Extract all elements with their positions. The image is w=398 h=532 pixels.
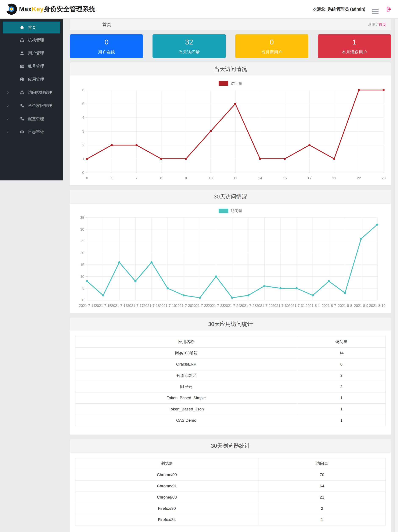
sidebar-item-label: 配置管理 xyxy=(28,116,44,121)
sidebar-item-account[interactable]: 账号管理 xyxy=(0,60,63,73)
brand-logo[interactable]: MaxKey身份安全管理系统 xyxy=(6,3,95,15)
svg-text:1: 1 xyxy=(111,176,113,180)
panel-title: 30天应用访问统计 xyxy=(70,317,391,331)
app-visits-panel: 30天应用访问统计 应用名称访问量网易163邮箱14OracleERP8有道云笔… xyxy=(70,317,391,435)
table-header-cell: 浏览器 xyxy=(76,458,259,469)
stat-card-value: 0 xyxy=(70,38,143,46)
svg-text:2021-8-8: 2021-8-8 xyxy=(338,304,352,308)
daily-visits-panel: 当天访问情况 访问量 0123456017891011141517212223 xyxy=(70,62,391,185)
sidebar-item-org[interactable]: 机构管理 xyxy=(0,33,63,47)
monthly-visits-chart: 051015202530352021-7-142021-7-152021-7-1… xyxy=(70,215,391,310)
chevron-right-icon xyxy=(6,104,10,107)
svg-text:10: 10 xyxy=(209,176,213,180)
svg-text:15: 15 xyxy=(283,176,287,180)
stat-card-label: 用户在线 xyxy=(70,49,143,55)
svg-text:9: 9 xyxy=(185,176,187,180)
sidebar-item-role-permission[interactable]: 角色权限管理 xyxy=(0,99,63,112)
table-row: 有道云笔记3 xyxy=(76,370,386,381)
svg-text:5: 5 xyxy=(82,102,84,106)
stat-cards-row: 0用户在线32当天访问量0当月新用户1本月活跃用户 xyxy=(70,34,391,58)
svg-text:2021-7-14: 2021-7-14 xyxy=(79,304,95,308)
table-row: Token_Based_Json1 xyxy=(76,404,386,415)
table-row: Chrome/8821 xyxy=(76,492,386,503)
table-header-row: 浏览器访问量 xyxy=(76,458,386,469)
sitemap-icon xyxy=(19,38,25,43)
table-cell: 网易163邮箱 xyxy=(76,348,297,359)
panel-title: 当天访问情况 xyxy=(70,63,391,76)
svg-text:10: 10 xyxy=(80,275,84,279)
app-visits-table-wrap: 应用名称访问量网易163邮箱14OracleERP8有道云笔记3阿里云2Toke… xyxy=(70,331,391,435)
table-cell: 64 xyxy=(259,481,386,492)
svg-text:35: 35 xyxy=(80,215,84,220)
legend-swatch xyxy=(219,81,228,86)
stat-card-2: 0当月新用户 xyxy=(235,34,308,58)
table-cell: 1 xyxy=(259,514,386,526)
table-cell: 14 xyxy=(297,348,386,359)
svg-text:23: 23 xyxy=(382,176,386,180)
table-header-cell: 访问量 xyxy=(297,336,386,348)
table-cell: Chrome/90 xyxy=(76,469,259,481)
svg-text:22: 22 xyxy=(357,176,361,180)
chart-legend[interactable]: 访问量 xyxy=(70,203,391,213)
sidebar-item-user[interactable]: 用户管理 xyxy=(0,47,63,60)
table-row: Chrome/9070 xyxy=(76,469,386,481)
svg-text:2021-7-24: 2021-7-24 xyxy=(224,304,240,308)
sidebar-item-label: 应用管理 xyxy=(28,77,44,82)
table-row: OracleERP8 xyxy=(76,359,386,370)
breadcrumb-root-link[interactable]: 系统 xyxy=(368,22,375,27)
sidebar-item-config[interactable]: 配置管理 xyxy=(0,112,63,125)
svg-text:11: 11 xyxy=(234,176,237,180)
chevron-right-icon xyxy=(6,91,10,94)
sidebar-item-access-control[interactable]: 访问控制管理 xyxy=(0,86,63,99)
svg-text:2021-8-1: 2021-8-1 xyxy=(306,304,320,308)
breadcrumb-current-link[interactable]: 首页 xyxy=(379,22,386,27)
svg-text:0: 0 xyxy=(82,171,84,175)
idcard-icon xyxy=(19,64,25,69)
svg-text:0: 0 xyxy=(82,298,84,302)
svg-text:2021-7-19: 2021-7-19 xyxy=(159,304,176,308)
chart-legend[interactable]: 访问量 xyxy=(70,76,391,86)
cubes-icon xyxy=(19,90,25,95)
table-row: Firefox/902 xyxy=(76,503,386,514)
welcome-text: 欢迎您: 系统管理员 (admin) xyxy=(313,6,365,12)
svg-text:2021-7-30: 2021-7-30 xyxy=(272,304,289,308)
table-row: Token_Based_Simple1 xyxy=(76,393,386,404)
scrollbar[interactable] xyxy=(394,19,398,532)
app-title: MaxKey身份安全管理系统 xyxy=(19,5,95,13)
svg-text:2021-7-23: 2021-7-23 xyxy=(208,304,224,308)
sidebar-item-label: 角色权限管理 xyxy=(28,103,52,108)
legend-label: 访问量 xyxy=(231,208,242,214)
logout-icon[interactable] xyxy=(385,6,392,12)
svg-text:21: 21 xyxy=(332,176,336,180)
daily-visits-chart: 0123456017891011141517212223 xyxy=(70,87,391,182)
sidebar-item-home[interactable]: 首页 xyxy=(3,22,60,33)
home-icon xyxy=(19,25,25,30)
svg-text:2021-7-29: 2021-7-29 xyxy=(256,304,273,308)
svg-text:25: 25 xyxy=(80,239,84,243)
table-cell: Token_Based_Json xyxy=(76,404,297,415)
table-header-cell: 应用名称 xyxy=(76,336,297,348)
table-cell: 1 xyxy=(297,415,386,426)
stat-card-label: 本月活跃用户 xyxy=(318,49,391,55)
breadcrumb: 系统 / 首页 xyxy=(368,22,386,27)
svg-text:20: 20 xyxy=(80,251,84,255)
table-row: 阿里云2 xyxy=(76,381,386,393)
cogs-icon xyxy=(19,103,25,108)
sidebar: 首页机构管理用户管理账号管理应用管理访问控制管理角色权限管理配置管理日志审计 xyxy=(0,19,63,180)
svg-text:2021-7-16: 2021-7-16 xyxy=(111,304,127,308)
table-cell: 21 xyxy=(259,492,386,503)
stat-card-label: 当天访问量 xyxy=(152,49,226,55)
menu-toggle-icon[interactable] xyxy=(372,6,379,12)
svg-text:5: 5 xyxy=(82,286,84,290)
stat-card-0: 0用户在线 xyxy=(70,34,143,58)
svg-text:2021-7-20: 2021-7-20 xyxy=(176,304,192,308)
sidebar-item-app[interactable]: 应用管理 xyxy=(0,73,63,86)
table-cell: 有道云笔记 xyxy=(76,370,297,381)
stat-card-value: 0 xyxy=(235,38,308,46)
chevron-right-icon xyxy=(6,130,10,134)
stat-card-value: 1 xyxy=(318,38,391,46)
table-cell: 1 xyxy=(297,393,386,404)
svg-text:3: 3 xyxy=(82,129,84,133)
svg-text:8: 8 xyxy=(160,176,162,180)
sidebar-item-audit[interactable]: 日志审计 xyxy=(0,125,63,139)
